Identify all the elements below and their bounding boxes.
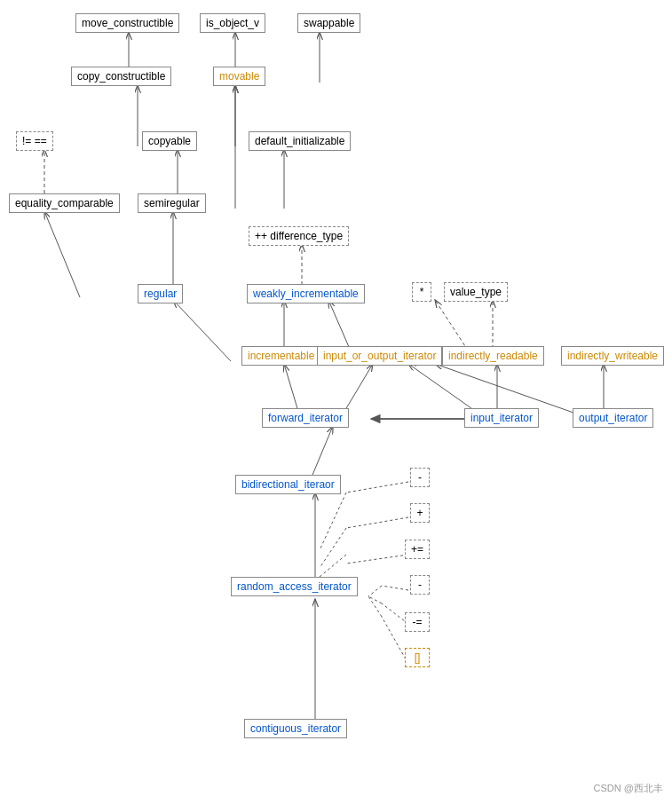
node-movable: movable xyxy=(213,67,265,86)
node-neq-eq: != == xyxy=(16,131,53,151)
watermark: CSDN @西北丰 xyxy=(594,782,663,795)
node-output-iterator: output_iterator xyxy=(573,408,653,428)
node-copyable: copyable xyxy=(142,131,197,151)
svg-line-38 xyxy=(368,596,382,603)
node-pluseq: += xyxy=(405,540,430,559)
node-forward-iterator: forward_iterator xyxy=(262,408,349,428)
node-indirectly-readable: indirectly_readable xyxy=(442,346,544,366)
node-minuseq: -= xyxy=(405,612,430,632)
node-swappable: swappable xyxy=(297,13,360,33)
node-random-access-iterator: random_access_iterator xyxy=(231,577,358,596)
node-minus1: - xyxy=(410,468,430,487)
node-incrementable: incrementable xyxy=(241,346,320,366)
svg-line-39 xyxy=(368,596,382,617)
node-bracket: [] xyxy=(405,648,430,667)
svg-line-29 xyxy=(346,517,408,528)
diagram: move_constructible is_object_v swappable… xyxy=(0,0,672,804)
node-default-initializable: default_initializable xyxy=(249,131,351,151)
svg-line-13 xyxy=(173,300,231,361)
svg-line-37 xyxy=(368,586,382,596)
node-star: * xyxy=(412,282,431,302)
svg-line-31 xyxy=(382,586,408,590)
node-pp-difftype: ++ difference_type xyxy=(249,226,349,246)
node-indirectly-writeable: indirectly_writeable xyxy=(561,346,664,366)
svg-line-36 xyxy=(320,555,346,577)
svg-line-10 xyxy=(44,211,80,297)
node-bidirectional-iterator: bidirectional_iteraor xyxy=(235,475,341,494)
node-copy-constructible: copy_constructible xyxy=(71,67,171,86)
node-input-or-output-iterator: input_or_output_iterator xyxy=(317,346,442,366)
node-input-iterator: input_iterator xyxy=(464,408,539,428)
node-move-constructible: move_constructible xyxy=(75,13,179,33)
node-minus2: - xyxy=(410,575,430,595)
node-regular: regular xyxy=(138,284,183,303)
node-equality-comparable: equality_comparable xyxy=(9,193,120,213)
svg-line-30 xyxy=(346,555,408,564)
node-value-type: value_type xyxy=(444,282,508,302)
svg-line-28 xyxy=(346,482,408,493)
node-plus: + xyxy=(410,503,430,523)
arrows-svg xyxy=(0,0,672,804)
node-is-object-v: is_object_v xyxy=(200,13,265,33)
node-contiguous-iterator: contiguous_iterator xyxy=(244,719,347,738)
node-semiregular: semiregular xyxy=(138,193,206,213)
svg-line-34 xyxy=(320,493,346,550)
svg-line-35 xyxy=(320,528,346,568)
node-weakly-incrementable: weakly_incrementable xyxy=(247,284,365,303)
